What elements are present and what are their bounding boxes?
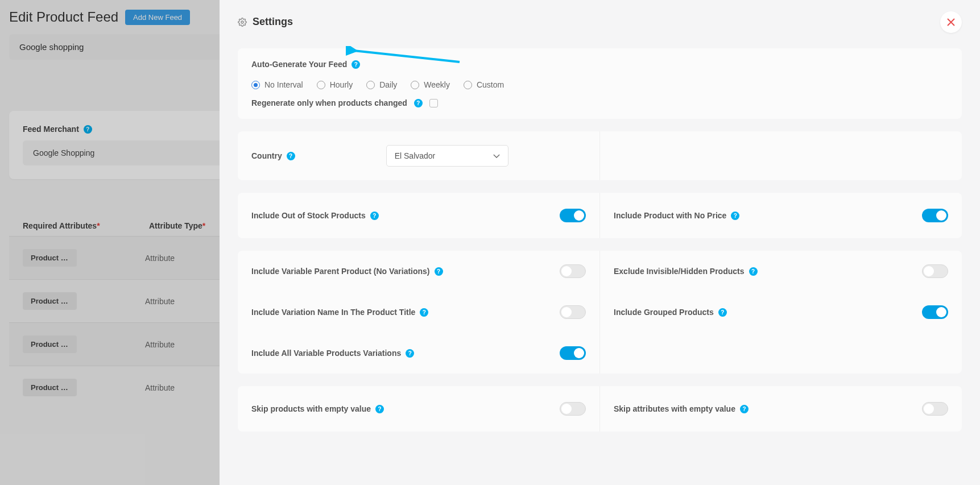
grouped-label: Include Grouped Products ? bbox=[614, 308, 727, 317]
label-text: Include Grouped Products bbox=[614, 308, 714, 317]
radio-icon bbox=[464, 81, 472, 89]
radio-icon bbox=[317, 81, 325, 89]
help-icon[interactable]: ? bbox=[435, 267, 443, 276]
radio-label: Hourly bbox=[330, 80, 353, 89]
help-icon[interactable]: ? bbox=[414, 99, 423, 107]
toggle-row: Include Out of Stock Products ? Include … bbox=[238, 193, 962, 238]
label-text: Skip products with empty value bbox=[251, 404, 371, 413]
toggle-out-of-stock-cell: Include Out of Stock Products ? bbox=[238, 193, 600, 238]
grouped-toggle[interactable] bbox=[922, 305, 948, 319]
toggle-row: Skip products with empty value ? Skip at… bbox=[238, 386, 962, 432]
skip-attrs-label: Skip attributes with empty value ? bbox=[614, 404, 749, 413]
gear-icon bbox=[238, 18, 247, 27]
country-value: El Salvador bbox=[395, 151, 436, 160]
help-icon[interactable]: ? bbox=[287, 152, 295, 160]
auto-generate-label: Auto-Generate Your Feed ? bbox=[251, 60, 948, 69]
radio-label: Custom bbox=[477, 80, 504, 89]
country-select[interactable]: El Salvador bbox=[386, 145, 508, 167]
skip-products-label: Skip products with empty value ? bbox=[251, 404, 384, 413]
regenerate-row: Regenerate only when products changed ? bbox=[251, 98, 948, 107]
auto-generate-label-text: Auto-Generate Your Feed bbox=[251, 60, 347, 69]
out-of-stock-label: Include Out of Stock Products ? bbox=[251, 211, 379, 220]
chevron-down-icon bbox=[493, 154, 500, 158]
variation-name-toggle[interactable] bbox=[560, 305, 586, 319]
panel-title: Settings bbox=[253, 16, 293, 28]
label-text: Exclude Invisible/Hidden Products bbox=[614, 267, 745, 276]
radio-weekly[interactable]: Weekly bbox=[411, 80, 450, 89]
no-price-toggle[interactable] bbox=[922, 209, 948, 222]
svg-point-0 bbox=[241, 21, 243, 23]
variation-name-label: Include Variation Name In The Product Ti… bbox=[251, 308, 428, 317]
radio-custom[interactable]: Custom bbox=[464, 80, 504, 89]
toggle-no-price-cell: Include Product with No Price ? bbox=[600, 193, 962, 238]
close-icon bbox=[947, 18, 955, 26]
skip-attrs-toggle[interactable] bbox=[922, 402, 948, 416]
toggle-grouped-cell: Include Grouped Products ? bbox=[600, 292, 962, 333]
country-card: Country ? El Salvador bbox=[238, 131, 962, 180]
radio-hourly[interactable]: Hourly bbox=[317, 80, 353, 89]
variable-parent-toggle[interactable] bbox=[560, 264, 586, 278]
help-icon[interactable]: ? bbox=[420, 308, 428, 317]
label-text: Include Out of Stock Products bbox=[251, 211, 366, 220]
label-text: Include Variation Name In The Product Ti… bbox=[251, 308, 415, 317]
toggle-col-right: Exclude Invisible/Hidden Products ? Incl… bbox=[600, 251, 962, 374]
country-cell-empty bbox=[600, 131, 962, 180]
radio-label: Weekly bbox=[424, 80, 450, 89]
label-text: Include All Variable Products Variations bbox=[251, 349, 401, 358]
radio-no-interval[interactable]: No Interval bbox=[251, 80, 303, 89]
toggle-variation-name-cell: Include Variation Name In The Product Ti… bbox=[238, 292, 599, 333]
help-icon[interactable]: ? bbox=[740, 405, 749, 413]
auto-generate-card: Auto-Generate Your Feed ? No Interval Ho… bbox=[238, 48, 962, 119]
help-icon[interactable]: ? bbox=[718, 308, 727, 317]
country-cell: Country ? El Salvador bbox=[238, 131, 600, 180]
label-text: Include Product with No Price bbox=[614, 211, 726, 220]
toggle-col-left: Include Variable Parent Product (No Vari… bbox=[238, 251, 600, 374]
exclude-hidden-label: Exclude Invisible/Hidden Products ? bbox=[614, 267, 758, 276]
regenerate-checkbox[interactable] bbox=[429, 99, 438, 107]
regenerate-label: Regenerate only when products changed bbox=[251, 98, 407, 107]
help-icon[interactable]: ? bbox=[406, 349, 414, 358]
toggle-skip-attrs-cell: Skip attributes with empty value ? bbox=[600, 386, 962, 432]
help-icon[interactable]: ? bbox=[749, 267, 758, 276]
radio-label: No Interval bbox=[264, 80, 303, 89]
country-label: Country ? bbox=[251, 151, 295, 160]
interval-radio-group: No Interval Hourly Daily Weekly Custom bbox=[251, 80, 948, 89]
skip-products-toggle[interactable] bbox=[560, 402, 586, 416]
close-button[interactable] bbox=[940, 11, 962, 33]
label-text: Skip attributes with empty value bbox=[614, 404, 735, 413]
all-variable-label: Include All Variable Products Variations… bbox=[251, 349, 414, 358]
radio-icon bbox=[366, 81, 375, 89]
help-icon[interactable]: ? bbox=[375, 405, 384, 413]
toggle-skip-products-cell: Skip products with empty value ? bbox=[238, 386, 600, 432]
radio-daily[interactable]: Daily bbox=[366, 80, 397, 89]
help-icon[interactable]: ? bbox=[731, 212, 739, 220]
toggle-all-variable-cell: Include All Variable Products Variations… bbox=[238, 333, 599, 374]
settings-panel: Settings Auto-Generate Your Feed ? No In… bbox=[220, 0, 980, 485]
exclude-hidden-toggle[interactable] bbox=[922, 264, 948, 278]
toggle-group: Include Variable Parent Product (No Vari… bbox=[238, 251, 962, 374]
help-icon[interactable]: ? bbox=[352, 60, 360, 69]
country-label-text: Country bbox=[251, 151, 282, 160]
panel-header: Settings bbox=[238, 16, 962, 28]
toggle-variable-parent-cell: Include Variable Parent Product (No Vari… bbox=[238, 251, 599, 292]
help-icon[interactable]: ? bbox=[370, 212, 379, 220]
radio-label: Daily bbox=[379, 80, 397, 89]
toggle-exclude-hidden-cell: Exclude Invisible/Hidden Products ? bbox=[600, 251, 962, 292]
out-of-stock-toggle[interactable] bbox=[560, 209, 586, 222]
radio-icon bbox=[251, 81, 260, 89]
no-price-label: Include Product with No Price ? bbox=[614, 211, 739, 220]
label-text: Include Variable Parent Product (No Vari… bbox=[251, 267, 430, 276]
all-variable-toggle[interactable] bbox=[560, 346, 586, 360]
radio-icon bbox=[411, 81, 419, 89]
variable-parent-label: Include Variable Parent Product (No Vari… bbox=[251, 267, 443, 276]
